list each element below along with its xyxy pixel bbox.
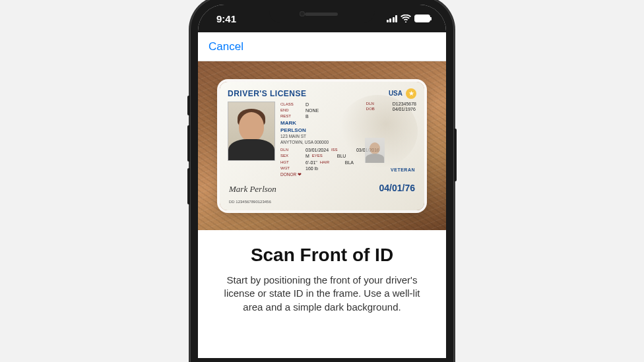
license-signature: Mark Perlson [229, 184, 276, 195]
license-veteran-label: VETERAN [391, 167, 415, 172]
license-address-line1: 123 MAIN ST [280, 134, 416, 140]
status-indicators [387, 13, 431, 24]
cancel-button[interactable]: Cancel [209, 40, 243, 53]
instructions-title: Scan Front of ID [218, 245, 426, 266]
license-country: USA [389, 90, 402, 97]
license-ghost-photo [365, 138, 385, 163]
mute-switch [187, 96, 190, 115]
license-large-date: 04/01/76 [379, 183, 416, 193]
front-camera [300, 11, 305, 16]
phone-screen: 9:41 Cancel DRIVER'S LICENSE [198, 5, 446, 358]
volume-up-button [187, 125, 190, 162]
license-dd-code: DD 1234567890123456 [229, 200, 271, 204]
license-photo [228, 102, 275, 161]
license-right-column: DLN D12345678 DOB 04/01/1976 [366, 102, 416, 112]
battery-icon [414, 15, 430, 22]
wifi-icon [401, 13, 411, 24]
license-address-line2: ANYTOWN, USA 000000 [280, 140, 416, 146]
power-button [454, 129, 457, 181]
cellular-signal-icon [387, 15, 398, 22]
instructions-panel: Scan Front of ID Start by positioning th… [198, 230, 446, 358]
display-notch [269, 5, 375, 23]
status-time: 9:41 [216, 13, 236, 24]
volume-down-button [187, 168, 190, 204]
instructions-body: Start by positioning the front of your d… [218, 274, 426, 314]
license-firstname: MARK [280, 120, 416, 127]
navigation-bar: Cancel [198, 32, 446, 61]
camera-scan-viewport[interactable]: DRIVER'S LICENSE USA ★ CLASSD [198, 61, 446, 230]
drivers-license-card: DRIVER'S LICENSE USA ★ CLASSD [220, 82, 424, 210]
real-id-star-icon: ★ [406, 88, 416, 99]
license-info-block: CLASSD ENDNONE RESTB MARK PERLSON 123 MA… [280, 102, 416, 178]
license-donor: DONOR ❤ [280, 172, 416, 178]
license-lastname: PERLSON [280, 127, 416, 135]
license-title: DRIVER'S LICENSE [228, 89, 307, 98]
phone-device-frame: 9:41 Cancel DRIVER'S LICENSE [190, 0, 454, 362]
